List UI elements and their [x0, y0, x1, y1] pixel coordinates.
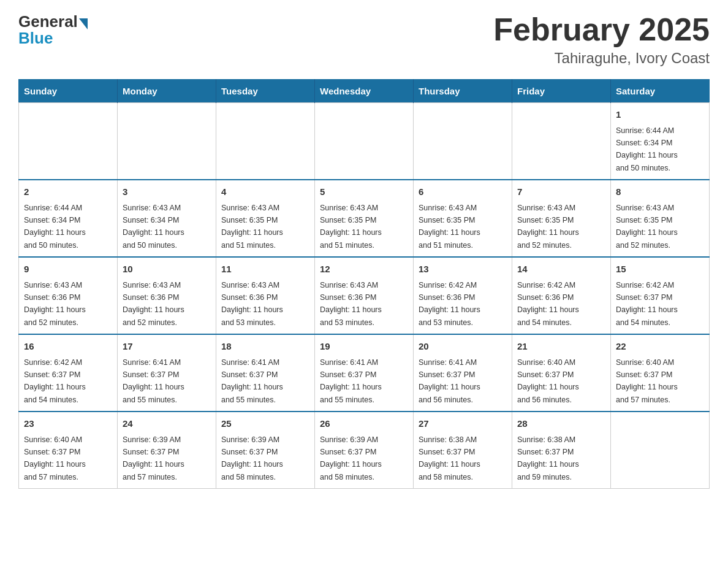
title-section: February 2025 Tahiraguhe, Ivory Coast	[493, 12, 710, 67]
day-of-week-header: Saturday	[611, 80, 710, 103]
day-of-week-header: Thursday	[414, 80, 512, 103]
calendar-header-row: SundayMondayTuesdayWednesdayThursdayFrid…	[19, 80, 710, 103]
calendar-week-row: 23Sunrise: 6:40 AM Sunset: 6:37 PM Dayli…	[19, 412, 710, 489]
day-info: Sunrise: 6:42 AM Sunset: 6:36 PM Dayligh…	[517, 281, 579, 327]
day-info: Sunrise: 6:43 AM Sunset: 6:36 PM Dayligh…	[24, 281, 86, 327]
day-info: Sunrise: 6:41 AM Sunset: 6:37 PM Dayligh…	[123, 358, 184, 404]
day-number: 21	[517, 340, 605, 354]
day-info: Sunrise: 6:42 AM Sunset: 6:37 PM Dayligh…	[24, 358, 86, 404]
calendar-day-cell: 7Sunrise: 6:43 AM Sunset: 6:35 PM Daylig…	[512, 180, 611, 257]
day-info: Sunrise: 6:39 AM Sunset: 6:37 PM Dayligh…	[320, 435, 382, 481]
calendar-day-cell: 6Sunrise: 6:43 AM Sunset: 6:35 PM Daylig…	[414, 180, 512, 257]
calendar-day-cell: 13Sunrise: 6:42 AM Sunset: 6:36 PM Dayli…	[414, 257, 512, 334]
day-info: Sunrise: 6:43 AM Sunset: 6:35 PM Dayligh…	[517, 204, 579, 250]
day-info: Sunrise: 6:42 AM Sunset: 6:36 PM Dayligh…	[419, 281, 480, 327]
day-info: Sunrise: 6:43 AM Sunset: 6:35 PM Dayligh…	[221, 204, 283, 250]
day-number: 26	[320, 417, 408, 431]
calendar-day-cell: 25Sunrise: 6:39 AM Sunset: 6:37 PM Dayli…	[216, 412, 315, 489]
day-info: Sunrise: 6:43 AM Sunset: 6:35 PM Dayligh…	[419, 204, 480, 250]
day-info: Sunrise: 6:41 AM Sunset: 6:37 PM Dayligh…	[320, 358, 382, 404]
day-number: 2	[24, 185, 112, 199]
calendar-day-cell: 11Sunrise: 6:43 AM Sunset: 6:36 PM Dayli…	[216, 257, 315, 334]
day-number: 4	[221, 185, 309, 199]
calendar-day-cell: 21Sunrise: 6:40 AM Sunset: 6:37 PM Dayli…	[512, 334, 611, 412]
day-number: 23	[24, 417, 112, 431]
calendar-day-cell	[118, 103, 216, 180]
day-number: 27	[419, 417, 507, 431]
day-number: 8	[616, 185, 704, 199]
day-number: 3	[123, 185, 211, 199]
page-header: General Blue February 2025 Tahiraguhe, I…	[18, 12, 710, 67]
day-info: Sunrise: 6:40 AM Sunset: 6:37 PM Dayligh…	[517, 358, 579, 404]
day-info: Sunrise: 6:44 AM Sunset: 6:34 PM Dayligh…	[616, 126, 678, 172]
day-number: 11	[221, 262, 309, 277]
calendar-day-cell: 26Sunrise: 6:39 AM Sunset: 6:37 PM Dayli…	[315, 412, 414, 489]
day-info: Sunrise: 6:39 AM Sunset: 6:37 PM Dayligh…	[123, 435, 184, 481]
calendar-subtitle: Tahiraguhe, Ivory Coast	[493, 50, 710, 67]
day-number: 22	[616, 340, 704, 354]
day-of-week-header: Wednesday	[315, 80, 414, 103]
calendar-day-cell: 10Sunrise: 6:43 AM Sunset: 6:36 PM Dayli…	[118, 257, 216, 334]
day-info: Sunrise: 6:40 AM Sunset: 6:37 PM Dayligh…	[24, 435, 86, 481]
logo: General Blue	[18, 12, 88, 48]
day-info: Sunrise: 6:40 AM Sunset: 6:37 PM Dayligh…	[616, 358, 678, 404]
calendar-day-cell: 2Sunrise: 6:44 AM Sunset: 6:34 PM Daylig…	[19, 180, 118, 257]
calendar-day-cell: 20Sunrise: 6:41 AM Sunset: 6:37 PM Dayli…	[414, 334, 512, 412]
calendar-day-cell: 24Sunrise: 6:39 AM Sunset: 6:37 PM Dayli…	[118, 412, 216, 489]
calendar-day-cell	[315, 103, 414, 180]
calendar-day-cell: 17Sunrise: 6:41 AM Sunset: 6:37 PM Dayli…	[118, 334, 216, 412]
day-info: Sunrise: 6:43 AM Sunset: 6:36 PM Dayligh…	[221, 281, 283, 327]
day-of-week-header: Monday	[118, 80, 216, 103]
day-number: 15	[616, 262, 704, 277]
calendar-day-cell: 23Sunrise: 6:40 AM Sunset: 6:37 PM Dayli…	[19, 412, 118, 489]
calendar-day-cell: 9Sunrise: 6:43 AM Sunset: 6:36 PM Daylig…	[19, 257, 118, 334]
calendar-day-cell: 4Sunrise: 6:43 AM Sunset: 6:35 PM Daylig…	[216, 180, 315, 257]
day-info: Sunrise: 6:38 AM Sunset: 6:37 PM Dayligh…	[419, 435, 480, 481]
calendar-day-cell: 5Sunrise: 6:43 AM Sunset: 6:35 PM Daylig…	[315, 180, 414, 257]
calendar-week-row: 2Sunrise: 6:44 AM Sunset: 6:34 PM Daylig…	[19, 180, 710, 257]
calendar-day-cell: 19Sunrise: 6:41 AM Sunset: 6:37 PM Dayli…	[315, 334, 414, 412]
calendar-table: SundayMondayTuesdayWednesdayThursdayFrid…	[18, 79, 710, 489]
calendar-day-cell: 14Sunrise: 6:42 AM Sunset: 6:36 PM Dayli…	[512, 257, 611, 334]
day-info: Sunrise: 6:39 AM Sunset: 6:37 PM Dayligh…	[221, 435, 283, 481]
day-number: 20	[419, 340, 507, 354]
day-number: 5	[320, 185, 408, 199]
logo-blue-text: Blue	[18, 29, 53, 48]
day-number: 9	[24, 262, 112, 277]
calendar-day-cell: 27Sunrise: 6:38 AM Sunset: 6:37 PM Dayli…	[414, 412, 512, 489]
calendar-day-cell	[216, 103, 315, 180]
day-number: 1	[616, 108, 704, 122]
calendar-day-cell: 3Sunrise: 6:43 AM Sunset: 6:34 PM Daylig…	[118, 180, 216, 257]
day-number: 24	[123, 417, 211, 431]
day-info: Sunrise: 6:43 AM Sunset: 6:34 PM Dayligh…	[123, 204, 184, 250]
day-number: 28	[517, 417, 605, 431]
calendar-day-cell	[611, 412, 710, 489]
day-number: 25	[221, 417, 309, 431]
day-number: 12	[320, 262, 408, 277]
day-number: 6	[419, 185, 507, 199]
day-number: 10	[123, 262, 211, 277]
logo-arrow-icon	[79, 18, 88, 29]
day-info: Sunrise: 6:41 AM Sunset: 6:37 PM Dayligh…	[221, 358, 283, 404]
day-of-week-header: Tuesday	[216, 80, 315, 103]
calendar-day-cell	[19, 103, 118, 180]
day-info: Sunrise: 6:43 AM Sunset: 6:35 PM Dayligh…	[616, 204, 678, 250]
day-info: Sunrise: 6:38 AM Sunset: 6:37 PM Dayligh…	[517, 435, 579, 481]
calendar-week-row: 16Sunrise: 6:42 AM Sunset: 6:37 PM Dayli…	[19, 334, 710, 412]
day-number: 19	[320, 340, 408, 354]
day-number: 17	[123, 340, 211, 354]
day-info: Sunrise: 6:42 AM Sunset: 6:37 PM Dayligh…	[616, 281, 678, 327]
calendar-day-cell: 15Sunrise: 6:42 AM Sunset: 6:37 PM Dayli…	[611, 257, 710, 334]
calendar-day-cell: 12Sunrise: 6:43 AM Sunset: 6:36 PM Dayli…	[315, 257, 414, 334]
calendar-day-cell: 28Sunrise: 6:38 AM Sunset: 6:37 PM Dayli…	[512, 412, 611, 489]
day-number: 13	[419, 262, 507, 277]
calendar-title: February 2025	[493, 12, 710, 47]
calendar-day-cell	[414, 103, 512, 180]
day-number: 7	[517, 185, 605, 199]
day-number: 16	[24, 340, 112, 354]
day-info: Sunrise: 6:43 AM Sunset: 6:35 PM Dayligh…	[320, 204, 382, 250]
calendar-day-cell: 18Sunrise: 6:41 AM Sunset: 6:37 PM Dayli…	[216, 334, 315, 412]
calendar-week-row: 9Sunrise: 6:43 AM Sunset: 6:36 PM Daylig…	[19, 257, 710, 334]
calendar-day-cell: 8Sunrise: 6:43 AM Sunset: 6:35 PM Daylig…	[611, 180, 710, 257]
calendar-day-cell: 1Sunrise: 6:44 AM Sunset: 6:34 PM Daylig…	[611, 103, 710, 180]
